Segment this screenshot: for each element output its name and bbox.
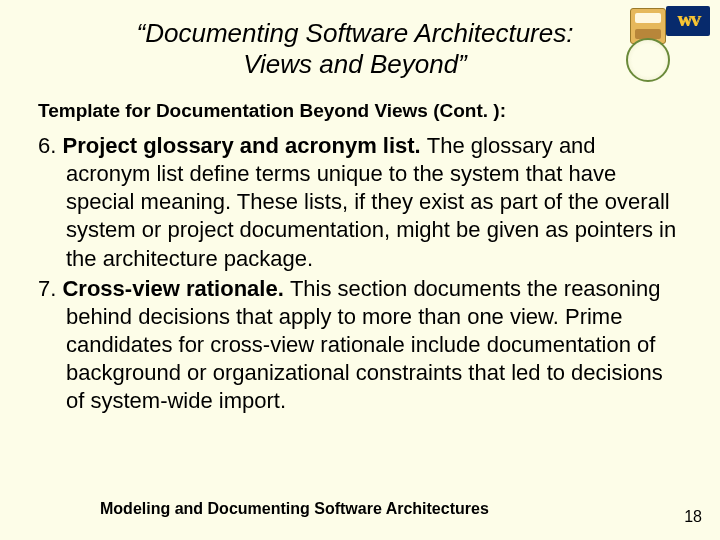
list-item: 7. Cross-view rationale. This section do…: [38, 275, 678, 416]
page-number: 18: [684, 508, 702, 526]
body-text: 6. Project glossary and acronym list. Th…: [38, 132, 678, 418]
wv-logo-icon: WV: [666, 6, 710, 36]
slide: WV “Documenting Software Architectures: …: [0, 0, 720, 540]
item-number: 6.: [38, 133, 62, 158]
slide-subtitle: Template for Documentation Beyond Views …: [38, 100, 506, 122]
university-emblem-icon: [624, 8, 672, 82]
item-lead: Cross-view rationale.: [62, 276, 289, 301]
footer-text: Modeling and Documenting Software Archit…: [100, 500, 489, 518]
item-lead: Project glossary and acronym list.: [62, 133, 426, 158]
wv-logo-text: WV: [677, 13, 699, 30]
item-number: 7.: [38, 276, 62, 301]
slide-title: “Documenting Software Architectures: Vie…: [120, 18, 590, 79]
logo-cluster: WV: [624, 6, 710, 92]
list-item: 6. Project glossary and acronym list. Th…: [38, 132, 678, 273]
